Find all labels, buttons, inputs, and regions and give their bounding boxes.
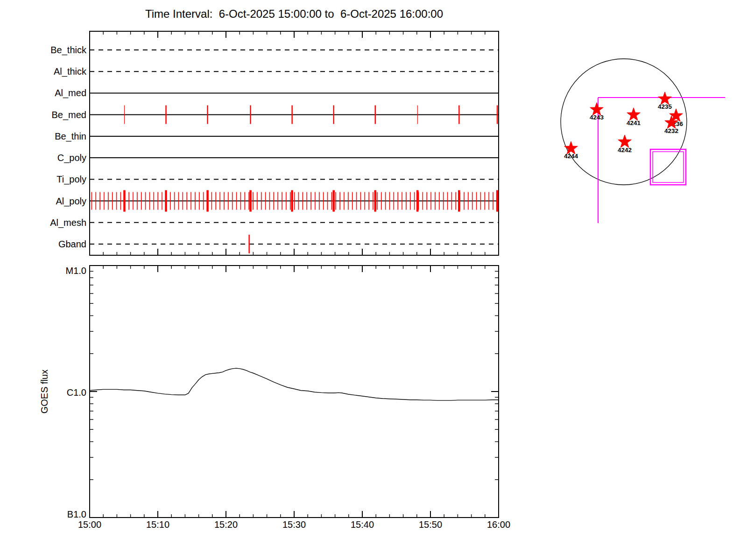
y-tick-label: C1.0 — [67, 387, 86, 398]
active-region-star — [590, 103, 604, 115]
x-tick-label: 15:10 — [146, 519, 169, 530]
plot-canvas: Be_thickAl_thickAl_medBe_medBe_thinC_pol… — [0, 0, 747, 560]
active-region-label: 4244 — [564, 153, 578, 160]
filter-row-label: C_poly — [57, 153, 86, 163]
filter-row-label: Ti_poly — [56, 174, 86, 185]
x-tick-label: 15:30 — [282, 519, 306, 530]
active-region-label: 4241 — [627, 119, 641, 126]
x-tick-label: 15:00 — [78, 519, 101, 530]
active-region-star — [627, 108, 641, 120]
active-region-label: 4232 — [664, 127, 678, 134]
x-tick-label: 16:00 — [487, 519, 510, 530]
active-region-label: 4242 — [618, 147, 632, 154]
x-tick-label: 15:50 — [419, 519, 442, 530]
y-tick-label: B1.0 — [67, 509, 86, 519]
filter-row-label: Al_med — [55, 88, 86, 98]
active-region-star — [618, 135, 632, 147]
filter-row-label: Be_med — [52, 110, 87, 120]
active-region-label: 4243 — [590, 114, 604, 121]
y-tick-label: M1.0 — [66, 266, 86, 276]
xrt-goes-observation-figure: Time Interval: 6-Oct-2025 15:00:00 to 6-… — [0, 0, 747, 560]
target-box-outer — [650, 149, 686, 185]
active-region-star — [564, 141, 578, 154]
active-region-label: 4235 — [658, 103, 672, 110]
filter-row-label: Be_thin — [55, 131, 86, 142]
filter-timeline-panel — [90, 31, 499, 255]
goes-ylabel: GOES flux — [39, 370, 49, 413]
x-tick-label: 15:40 — [351, 519, 374, 530]
goes-panel — [90, 266, 499, 518]
filter-row-label: Be_thick — [50, 45, 87, 56]
x-tick-label: 15:20 — [214, 519, 238, 530]
active-region-star — [658, 92, 672, 105]
target-box-inner — [653, 152, 684, 182]
filter-row-label: Gband — [58, 239, 86, 249]
filter-row-label: Al_mesh — [50, 217, 86, 228]
filter-row-label: Al_poly — [56, 196, 86, 207]
goes-flux-curve — [90, 368, 499, 400]
filter-row-label: Al_thick — [54, 66, 87, 77]
